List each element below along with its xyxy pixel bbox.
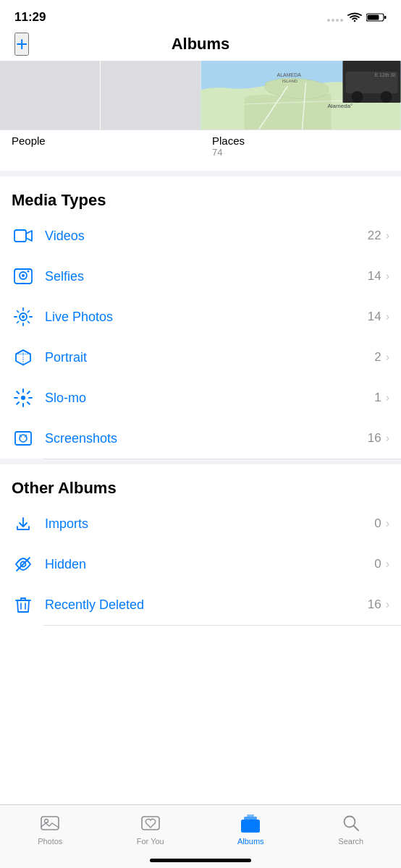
nav-title: Albums: [172, 35, 230, 54]
svg-line-31: [28, 321, 29, 323]
svg-text:ISLAND: ISLAND: [282, 79, 298, 83]
portrait-label: Portrait: [45, 350, 374, 365]
people-thumb-1: [0, 61, 100, 129]
people-label-col: People: [0, 130, 200, 159]
battery-icon: [366, 12, 387, 22]
people-column[interactable]: [0, 61, 200, 129]
home-indicator: [150, 859, 251, 862]
svg-line-46: [17, 558, 30, 571]
svg-text:Alameda°: Alameda°: [328, 103, 353, 109]
svg-rect-53: [244, 817, 257, 820]
recently-deleted-label: Recently Deleted: [45, 597, 368, 613]
tab-search[interactable]: Search: [301, 811, 402, 846]
slo-mo-icon: [12, 386, 35, 409]
albums-tab-icon: [240, 812, 261, 834]
other-albums-header: Other Albums: [0, 464, 401, 503]
people-label: People: [12, 135, 189, 147]
list-item-selfies[interactable]: Selfies 14 ›: [0, 256, 401, 297]
portrait-chevron: ›: [386, 351, 389, 364]
places-count: 74: [212, 147, 389, 158]
svg-point-2: [336, 19, 339, 22]
nav-bar: + Albums: [0, 30, 401, 61]
search-tab-label: Search: [338, 837, 363, 846]
recently-deleted-chevron: ›: [386, 598, 389, 611]
status-icons: [327, 12, 387, 22]
svg-point-3: [340, 19, 343, 22]
svg-line-32: [28, 311, 29, 312]
portrait-icon: [12, 346, 35, 369]
search-tab-icon: [340, 812, 362, 834]
svg-rect-49: [41, 817, 59, 830]
recently-deleted-count: 16: [368, 597, 381, 612]
selfies-count: 14: [368, 269, 381, 284]
list-item-hidden[interactable]: Hidden 0 ›: [0, 544, 401, 584]
map-svg: ALAMEDA ISLAND Alameda° E 12th St: [200, 61, 401, 129]
svg-line-39: [28, 402, 30, 404]
section-labels-row: People Places 74: [0, 130, 401, 171]
imports-icon: [12, 512, 35, 535]
status-bar: 11:29: [0, 0, 401, 30]
svg-point-14: [381, 91, 392, 103]
places-column[interactable]: ALAMEDA ISLAND Alameda° E 12th St: [200, 61, 401, 129]
wifi-icon: [347, 12, 362, 22]
svg-line-40: [28, 391, 30, 393]
list-item-portrait[interactable]: Portrait 2 ›: [0, 337, 401, 378]
add-album-button[interactable]: +: [14, 33, 29, 56]
imports-count: 0: [374, 516, 381, 531]
svg-rect-19: [14, 230, 26, 242]
svg-line-41: [17, 402, 19, 404]
tab-albums[interactable]: Albums: [200, 811, 301, 846]
svg-line-30: [17, 311, 19, 312]
screenshots-chevron: ›: [386, 432, 389, 445]
photos-tab-label: Photos: [38, 837, 62, 846]
list-item-recently-deleted[interactable]: Recently Deleted 16 ›: [0, 584, 401, 625]
screenshots-count: 16: [368, 431, 381, 446]
people-places-row: ALAMEDA ISLAND Alameda° E 12th St: [0, 61, 401, 130]
imports-label: Imports: [45, 516, 374, 532]
live-photos-chevron: ›: [386, 310, 389, 323]
people-thumb-2: [101, 61, 200, 129]
recently-deleted-icon: [12, 593, 35, 616]
svg-point-42: [21, 396, 25, 400]
live-photos-count: 14: [368, 310, 381, 324]
media-types-header: Media Types: [0, 176, 401, 216]
for-you-tab-label: For You: [137, 837, 164, 846]
svg-line-38: [17, 391, 19, 393]
videos-chevron: ›: [386, 229, 389, 242]
status-time: 11:29: [14, 10, 46, 25]
hidden-chevron: ›: [386, 558, 389, 571]
map-thumbnail: ALAMEDA ISLAND Alameda° E 12th St: [200, 61, 401, 129]
tab-for-you[interactable]: For You: [101, 811, 201, 846]
for-you-tab-icon: [140, 812, 161, 834]
signal-icon: [327, 13, 343, 22]
svg-text:E 12th St: E 12th St: [375, 72, 396, 77]
hidden-icon: [12, 553, 35, 576]
svg-line-33: [17, 321, 19, 323]
places-label: Places: [212, 135, 389, 147]
list-item-imports[interactable]: Imports 0 ›: [0, 503, 401, 544]
svg-line-56: [353, 826, 358, 831]
svg-point-22: [22, 274, 25, 277]
main-content: ALAMEDA ISLAND Alameda° E 12th St People…: [0, 61, 401, 709]
slo-mo-label: Slo-mo: [45, 391, 374, 406]
svg-text:ALAMEDA: ALAMEDA: [277, 72, 302, 77]
other-albums-title: Other Albums: [12, 479, 117, 497]
screenshots-label: Screenshots: [45, 431, 368, 446]
tab-photos[interactable]: Photos: [0, 811, 101, 846]
section-divider-1: [0, 171, 401, 176]
svg-point-50: [45, 820, 48, 823]
list-item-videos[interactable]: Videos 22 ›: [0, 216, 401, 256]
people-places-section: ALAMEDA ISLAND Alameda° E 12th St People…: [0, 61, 401, 171]
list-item-live-photos[interactable]: Live Photos 14 ›: [0, 297, 401, 337]
svg-point-1: [332, 19, 334, 22]
photos-tab-icon: [39, 812, 61, 834]
svg-rect-52: [241, 820, 260, 833]
list-item-slo-mo[interactable]: Slo-mo 1 ›: [0, 378, 401, 418]
places-label-col: Places 74: [200, 130, 401, 159]
portrait-count: 2: [374, 350, 381, 365]
svg-point-25: [22, 315, 25, 318]
list-item-screenshots[interactable]: Screenshots 16 ›: [0, 418, 401, 459]
svg-rect-43: [15, 432, 31, 445]
hidden-label: Hidden: [45, 557, 374, 572]
live-photos-icon: [12, 305, 35, 328]
